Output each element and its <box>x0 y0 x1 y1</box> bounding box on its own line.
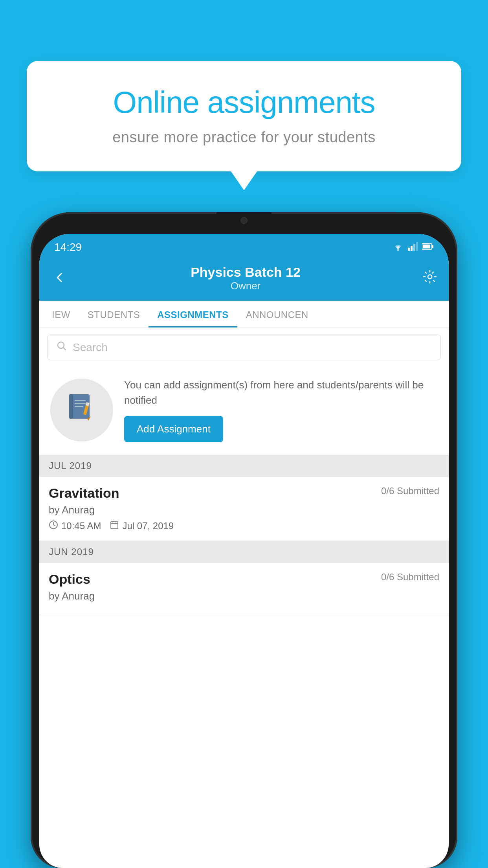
search-box[interactable]: Search <box>47 335 441 360</box>
tab-announcements[interactable]: ANNOUNCEN <box>237 301 317 327</box>
section-jun-label: JUN 2019 <box>49 546 94 557</box>
svg-rect-2 <box>411 246 413 251</box>
svg-rect-3 <box>413 244 415 251</box>
status-icons <box>392 239 434 252</box>
signal-icon <box>408 242 418 252</box>
status-bar: 14:29 <box>39 234 449 257</box>
section-jul-label: JUL 2019 <box>49 460 92 471</box>
wifi-icon <box>392 242 404 252</box>
promo-card: You can add assignment(s) from here and … <box>39 366 449 455</box>
status-time: 14:29 <box>54 238 82 254</box>
tab-assignments[interactable]: ASSIGNMENTS <box>149 301 237 327</box>
assignment-meta-gravitation: 10:45 AM Jul 07, 2019 <box>49 520 439 532</box>
header-title-area: Physics Batch 12 Owner <box>191 265 301 292</box>
app-header: Physics Batch 12 Owner <box>39 257 449 301</box>
svg-point-8 <box>428 275 432 279</box>
tab-overview[interactable]: IEW <box>43 301 79 327</box>
front-camera <box>240 217 248 224</box>
assignment-title-gravitation: Gravitation <box>49 485 119 501</box>
battery-icon <box>422 243 434 252</box>
svg-rect-11 <box>69 394 73 419</box>
svg-rect-4 <box>416 242 418 251</box>
assignment-author-optics: by Anurag <box>49 590 439 602</box>
search-container: Search <box>39 328 449 366</box>
assignment-item-gravitation[interactable]: Gravitation 0/6 Submitted by Anurag 10:4… <box>39 477 449 541</box>
date-meta-gravitation: Jul 07, 2019 <box>110 520 174 532</box>
tab-students[interactable]: STUDENTS <box>79 301 149 327</box>
speech-bubble-heading: Online assignments <box>54 85 434 120</box>
calendar-icon <box>110 520 119 532</box>
section-jun-2019: JUN 2019 <box>39 541 449 563</box>
speech-bubble: Online assignments ensure more practice … <box>27 61 461 171</box>
promo-icon-circle <box>50 379 113 441</box>
header-subtitle: Owner <box>191 280 301 292</box>
phone-notch <box>216 212 272 229</box>
speech-bubble-subtext: ensure more practice for your students <box>54 129 434 146</box>
svg-point-0 <box>397 249 399 251</box>
assignment-author-gravitation: by Anurag <box>49 504 439 516</box>
header-title: Physics Batch 12 <box>191 265 301 280</box>
phone-screen: 14:29 <box>39 234 449 868</box>
promo-description: You can add assignment(s) from here and … <box>124 377 438 408</box>
section-jul-2019: JUL 2019 <box>39 455 449 477</box>
time-value-gravitation: 10:45 AM <box>61 520 101 531</box>
phone-frame: 14:29 <box>31 212 457 868</box>
date-value-gravitation: Jul 07, 2019 <box>122 520 174 531</box>
svg-rect-12 <box>75 400 86 401</box>
assignment-item-optics[interactable]: Optics 0/6 Submitted by Anurag <box>39 563 449 615</box>
submitted-badge-optics: 0/6 Submitted <box>381 572 439 583</box>
tabs-bar: IEW STUDENTS ASSIGNMENTS ANNOUNCEN <box>39 301 449 328</box>
content-area: Search <box>39 328 449 615</box>
clock-icon <box>49 520 58 532</box>
svg-rect-19 <box>111 522 118 529</box>
promo-text-area: You can add assignment(s) from here and … <box>124 377 438 442</box>
notebook-icon <box>66 391 97 429</box>
search-icon <box>56 340 67 354</box>
svg-rect-7 <box>423 245 430 248</box>
settings-button[interactable] <box>423 270 437 287</box>
svg-rect-13 <box>75 403 86 404</box>
submitted-badge-gravitation: 0/6 Submitted <box>381 485 439 497</box>
speech-bubble-container: Online assignments ensure more practice … <box>27 61 461 171</box>
svg-rect-1 <box>408 248 410 251</box>
time-meta-gravitation: 10:45 AM <box>49 520 101 532</box>
svg-rect-6 <box>432 245 433 248</box>
search-placeholder: Search <box>73 341 108 354</box>
assignment-row-top: Gravitation 0/6 Submitted <box>49 485 439 501</box>
back-button[interactable] <box>51 267 68 290</box>
add-assignment-button[interactable]: Add Assignment <box>124 416 223 442</box>
assignment-row-top-optics: Optics 0/6 Submitted <box>49 572 439 587</box>
svg-rect-14 <box>75 406 83 407</box>
assignment-title-optics: Optics <box>49 572 90 587</box>
